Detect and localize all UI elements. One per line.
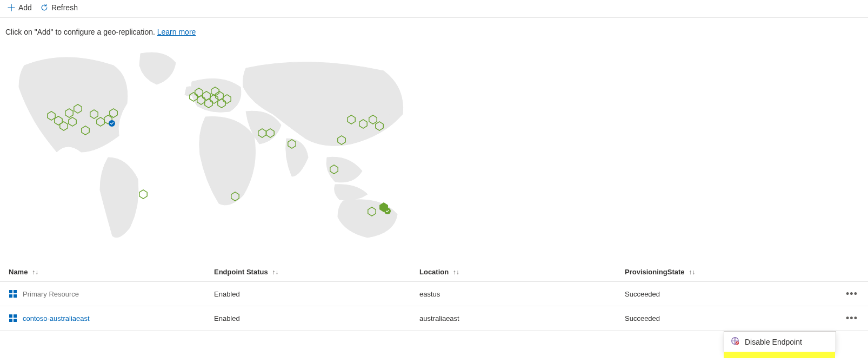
svg-marker-5 <box>74 104 82 113</box>
replications-grid: Name ↑↓ Endpoint Status ↑↓ Location ↑↓ P… <box>0 260 868 331</box>
svg-marker-29 <box>359 120 367 128</box>
svg-marker-4 <box>69 117 76 126</box>
svg-marker-31 <box>376 122 383 130</box>
primary-check-icon <box>109 120 115 127</box>
world-map-svg <box>5 44 427 249</box>
svg-marker-24 <box>288 140 296 148</box>
row-endpoint-status: Enabled <box>214 314 419 322</box>
grid-header-row: Name ↑↓ Endpoint Status ↑↓ Location ↑↓ P… <box>0 260 868 282</box>
row-location: australiaeast <box>419 314 625 322</box>
sort-icon: ↑↓ <box>453 268 459 276</box>
col-header-location-label: Location <box>419 268 449 276</box>
table-row: contoso-australiaeast Enabled australiae… <box>0 306 868 331</box>
sort-icon: ↑↓ <box>272 268 278 276</box>
col-header-provisioning-state[interactable]: ProvisioningState ↑↓ <box>625 268 827 276</box>
col-header-provisioning-state-label: ProvisioningState <box>625 268 685 276</box>
region-hex-icon[interactable] <box>222 94 232 104</box>
region-hex-icon[interactable] <box>367 207 377 216</box>
row-location: eastus <box>419 290 625 298</box>
sort-icon: ↑↓ <box>689 268 695 276</box>
svg-marker-25 <box>231 192 239 201</box>
row-endpoint-status: Enabled <box>214 290 419 298</box>
svg-marker-2 <box>60 122 68 130</box>
learn-more-link[interactable]: Learn more <box>157 28 196 36</box>
region-hex-icon[interactable] <box>68 117 77 127</box>
svg-marker-6 <box>82 126 89 135</box>
svg-marker-10 <box>110 109 117 117</box>
svg-rect-35 <box>14 290 17 293</box>
svg-marker-32 <box>368 207 376 216</box>
region-hex-icon[interactable] <box>109 108 118 118</box>
hint-text: Click on "Add" to configure a geo-replic… <box>0 18 868 42</box>
resource-icon <box>9 289 17 298</box>
region-hex-icon[interactable] <box>265 128 275 138</box>
svg-marker-27 <box>338 136 345 144</box>
plus-icon <box>8 4 15 11</box>
svg-rect-38 <box>9 314 12 318</box>
replica-check-icon <box>384 208 391 214</box>
row-provisioning-state: Succeeded <box>625 314 827 322</box>
region-hex-icon[interactable] <box>358 119 368 129</box>
refresh-button[interactable]: Refresh <box>41 3 78 12</box>
col-header-endpoint-status-label: Endpoint Status <box>214 268 268 276</box>
svg-marker-28 <box>348 115 355 124</box>
region-hex-icon[interactable] <box>81 126 90 135</box>
col-header-name[interactable]: Name ↑↓ <box>9 268 214 276</box>
col-header-location[interactable]: Location ↑↓ <box>419 268 625 276</box>
region-hex-icon[interactable] <box>346 115 356 124</box>
svg-rect-37 <box>14 294 17 298</box>
svg-rect-34 <box>9 290 12 293</box>
svg-marker-21 <box>223 95 231 103</box>
region-hex-icon[interactable] <box>73 104 83 114</box>
svg-marker-26 <box>330 165 338 174</box>
svg-marker-11 <box>139 190 147 199</box>
row-more-button[interactable]: ••• <box>844 312 859 325</box>
sort-icon: ↑↓ <box>32 268 38 276</box>
region-hex-icon[interactable] <box>375 121 384 131</box>
svg-rect-41 <box>14 319 17 322</box>
col-header-endpoint-status[interactable]: Endpoint Status ↑↓ <box>214 268 419 276</box>
svg-rect-40 <box>9 319 12 322</box>
region-hex-icon[interactable] <box>337 135 346 145</box>
svg-marker-3 <box>65 109 73 117</box>
svg-marker-23 <box>266 129 274 137</box>
table-row: Primary Resource Enabled eastus Succeede… <box>0 282 868 306</box>
resource-icon <box>9 314 17 322</box>
row-name: contoso-australiaeast <box>23 314 90 322</box>
row-more-button[interactable]: ••• <box>844 287 859 300</box>
refresh-button-label: Refresh <box>51 3 78 12</box>
row-name: Primary Resource <box>23 290 79 298</box>
hint-text-content: Click on "Add" to configure a geo-replic… <box>5 28 155 36</box>
row-provisioning-state: Succeeded <box>625 290 827 298</box>
add-button[interactable]: Add <box>8 3 32 12</box>
svg-rect-36 <box>9 294 12 298</box>
svg-rect-39 <box>14 314 17 318</box>
refresh-icon <box>41 4 48 11</box>
region-hex-icon[interactable] <box>138 189 148 199</box>
region-hex-icon[interactable] <box>230 192 240 201</box>
row-name-cell[interactable]: contoso-australiaeast <box>9 314 214 322</box>
world-map[interactable] <box>5 44 427 249</box>
col-header-name-label: Name <box>9 268 28 276</box>
region-hex-replica-icon[interactable] <box>379 202 389 212</box>
add-button-label: Add <box>18 3 32 12</box>
region-hex-icon[interactable] <box>329 164 339 174</box>
toolbar: Add Refresh <box>0 0 868 18</box>
row-name-cell: Primary Resource <box>9 289 214 298</box>
region-hex-icon[interactable] <box>287 139 297 149</box>
